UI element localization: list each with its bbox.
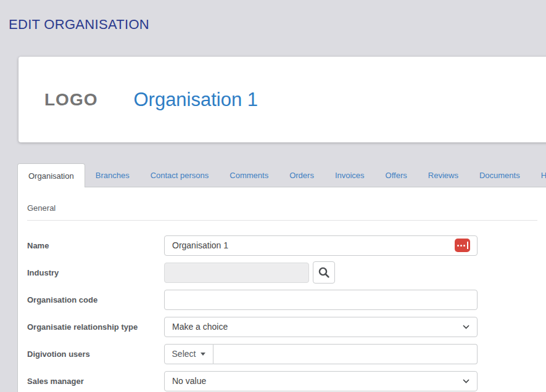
relationship-type-select[interactable]: Make a choice: [164, 317, 478, 337]
caret-down-icon: [201, 353, 205, 356]
form-row-organisation-code: Organisation code: [27, 286, 537, 313]
organisation-logo: LOGO: [44, 90, 97, 110]
digivotion-users-label: Digivotion users: [27, 349, 164, 359]
sales-manager-label: Sales manager: [27, 377, 164, 386]
tab-organisation[interactable]: Organisation: [17, 163, 85, 187]
form-row-sales-manager: Sales manager No value: [27, 367, 537, 392]
tab-contact-persons[interactable]: Contact persons: [140, 163, 220, 187]
tab-invoices[interactable]: Invoices: [325, 163, 375, 187]
relationship-type-label: Organisatie relationship type: [27, 322, 164, 332]
tab-bar: Organisation Branches Contact persons Co…: [17, 163, 546, 187]
chevron-down-icon: [463, 325, 469, 329]
digivotion-users-select-label: Select: [172, 349, 196, 359]
digivotion-users-group: Select: [164, 344, 478, 364]
section-heading-general: General: [27, 203, 537, 213]
tab-documents[interactable]: Documents: [469, 163, 531, 187]
tab-comments[interactable]: Comments: [219, 163, 279, 187]
form-row-digivotion-users: Digivotion users Select: [27, 340, 537, 367]
autofill-badge-icon[interactable]: [455, 239, 470, 252]
industry-label: Industry: [27, 268, 164, 277]
chevron-down-icon: [463, 379, 469, 383]
tab-truncated[interactable]: Ho: [531, 163, 546, 187]
form-row-relationship-type: Organisatie relationship type Make a cho…: [27, 313, 537, 340]
organisation-tab-panel: General Name Industry: [17, 187, 546, 392]
tab-branches[interactable]: Branches: [85, 163, 140, 187]
name-input[interactable]: [164, 235, 478, 256]
organisation-card: LOGO Organisation 1: [19, 57, 546, 142]
sales-manager-selected-value: No value: [172, 376, 206, 386]
digivotion-users-select-button[interactable]: Select: [164, 344, 213, 364]
tab-orders[interactable]: Orders: [279, 163, 325, 187]
page-title: EDIT ORGANISATION: [9, 17, 546, 33]
industry-input: [164, 263, 309, 283]
sales-manager-select[interactable]: No value: [164, 371, 478, 391]
tab-reviews[interactable]: Reviews: [418, 163, 469, 187]
organisation-name-heading: Organisation 1: [133, 89, 258, 111]
form-row-industry: Industry: [27, 259, 537, 286]
digivotion-users-input[interactable]: [213, 344, 478, 364]
name-label: Name: [27, 241, 164, 250]
tab-offers[interactable]: Offers: [375, 163, 418, 187]
organisation-form: Name Industry: [27, 232, 537, 392]
relationship-type-selected-value: Make a choice: [172, 322, 228, 332]
edit-organisation-page: { "page": { "title": "EDIT ORGANISATION"…: [0, 0, 546, 392]
organisation-code-input[interactable]: [164, 290, 478, 310]
organisation-code-label: Organisation code: [27, 295, 164, 304]
industry-search-button[interactable]: [313, 261, 335, 284]
search-icon: [317, 266, 331, 279]
form-row-name: Name: [27, 232, 537, 259]
app-header: EDIT ORGANISATION: [0, 0, 546, 33]
section-divider: [27, 220, 537, 221]
